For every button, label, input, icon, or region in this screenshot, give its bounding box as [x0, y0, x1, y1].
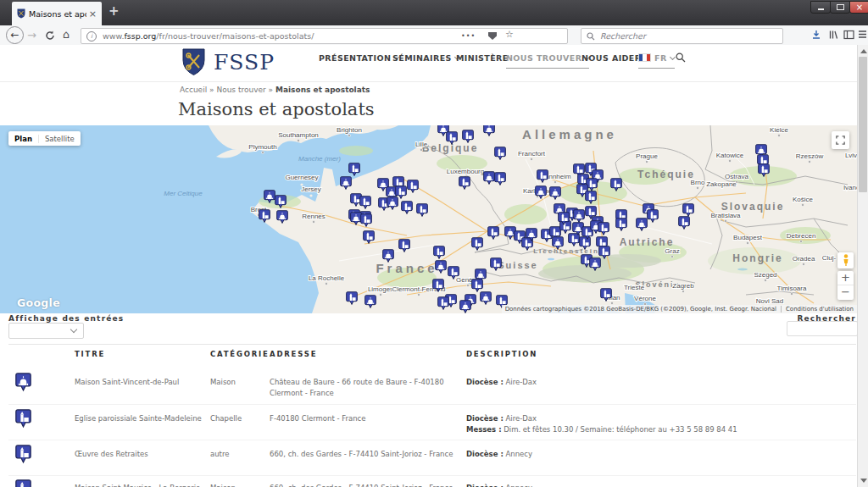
zoom-out-button[interactable]: −: [837, 285, 854, 299]
marker-church-icon: [15, 479, 31, 487]
search-icon: [587, 32, 595, 41]
svg-text:Zagreb: Zagreb: [672, 282, 694, 290]
svg-text:Lille: Lille: [415, 141, 428, 148]
nav-seminaires[interactable]: SÉMINAIRES: [392, 53, 459, 63]
row-description: Diocèse : Annecy: [466, 483, 843, 487]
row-category: Chapelle: [210, 413, 263, 424]
row-title[interactable]: Maison Saint-Maurice - La Bergerie: [75, 483, 206, 487]
svg-text:Oradea: Oradea: [793, 255, 815, 263]
row-separator: [8, 440, 856, 440]
row-address: F-40180 Clermont - France: [270, 413, 454, 424]
svg-text:Lviv: Lviv: [845, 152, 857, 159]
pegman-icon: [842, 254, 850, 267]
site-search-icon[interactable]: [676, 53, 686, 63]
page-scrollbar[interactable]: [857, 45, 868, 487]
svg-text:Debrecen: Debrecen: [787, 232, 816, 240]
row-description: Diocèse : Annecy: [466, 449, 843, 460]
svg-text:Prague: Prague: [636, 152, 658, 160]
download-icon[interactable]: [811, 30, 821, 40]
svg-text:Mer Celtique: Mer Celtique: [164, 190, 203, 197]
page-actions-icon[interactable]: •••: [461, 32, 476, 40]
back-button[interactable]: ←: [6, 26, 24, 44]
svg-text:La Rochelle: La Rochelle: [309, 274, 345, 282]
marker-church-icon: [15, 445, 31, 464]
svg-text:Brighton: Brighton: [337, 126, 362, 134]
table-search-input[interactable]: [787, 321, 858, 336]
svg-text:Katowice: Katowice: [716, 152, 744, 159]
url-bar[interactable]: i www.fssp.org/fr/nous-trouver/maisons-e…: [81, 28, 568, 44]
sidebar-icon[interactable]: [843, 30, 854, 40]
fullscreen-button[interactable]: [832, 131, 849, 149]
svg-text:Budapest: Budapest: [733, 234, 763, 241]
forward-button[interactable]: →: [27, 28, 36, 42]
svg-text:Košice: Košice: [793, 196, 814, 203]
browser-search-field[interactable]: Rechercher: [581, 28, 783, 44]
window-maximize-button[interactable]: [830, 1, 850, 14]
svg-text:Francfort: Francfort: [518, 150, 546, 158]
table-top-border: [8, 344, 856, 345]
svg-text:Kielce: Kielce: [770, 126, 788, 134]
tab-close-icon[interactable]: ×: [89, 8, 97, 19]
row-description: Diocèse : Aire-Dax: [466, 377, 843, 388]
col-header-titre[interactable]: TITRE: [75, 350, 105, 358]
breadcrumb-nous-trouver[interactable]: Nous trouver: [216, 86, 265, 94]
fssp-logo-shield-icon[interactable]: [182, 48, 205, 76]
row-description: Diocèse : Aire-Dax Messes : Dim. et fête…: [466, 413, 843, 435]
svg-text:Manche (mer): Manche (mer): [298, 155, 341, 163]
col-header-categorie[interactable]: CATÉGORIE: [210, 350, 270, 358]
svg-text:Zakopane: Zakopane: [706, 180, 737, 188]
svg-text:Bratislava: Bratislava: [710, 212, 741, 219]
svg-text:Suisse: Suisse: [498, 260, 537, 270]
pocket-icon[interactable]: [488, 31, 497, 40]
google-logo[interactable]: Google: [17, 296, 60, 309]
page-title: Maisons et apostolats: [178, 99, 375, 119]
library-icon[interactable]: [828, 30, 838, 40]
col-header-adresse[interactable]: ADRESSE: [270, 350, 317, 358]
bookmark-star-icon[interactable]: ☆: [505, 29, 514, 40]
menu-hamburger-icon[interactable]: [858, 30, 867, 39]
tab-title: Maisons et apostolats – FSSP: [29, 9, 86, 19]
map-type-satellite[interactable]: Satellite: [38, 135, 81, 143]
nav-language-fr[interactable]: FR: [638, 53, 675, 69]
row-title[interactable]: Maison Saint-Vincent-de-Paul: [75, 377, 206, 388]
site-info-icon[interactable]: i: [86, 31, 97, 42]
nav-nous-trouver[interactable]: NOUS TROUVER: [506, 53, 589, 69]
row-title[interactable]: Eglise paroissiale Sainte-Madeleine: [75, 413, 206, 424]
entries-label: Affichage des entrées: [8, 314, 124, 323]
col-header-description[interactable]: DESCRIPTION: [466, 350, 537, 358]
row-title[interactable]: Œuvre des Retraites: [75, 449, 206, 460]
svg-text:Ivano-: Ivano-: [843, 184, 857, 191]
svg-text:Slovaquie: Slovaquie: [721, 201, 785, 213]
map-type-control[interactable]: Plan Satellite: [8, 131, 81, 146]
window-minimize-button[interactable]: [810, 1, 831, 14]
breadcrumb-current: Maisons et apostolats: [275, 86, 370, 94]
home-icon[interactable]: ⌂: [63, 27, 70, 42]
entries-per-page-select[interactable]: [8, 323, 84, 339]
svg-text:Vérone: Vérone: [634, 295, 656, 302]
map-type-plan[interactable]: Plan: [8, 135, 38, 143]
row-category: Maison: [210, 377, 263, 388]
scrollbar-thumb[interactable]: [859, 57, 867, 192]
reload-icon[interactable]: [45, 30, 55, 41]
nav-ministere[interactable]: MINISTÈRE: [456, 53, 509, 63]
google-map[interactable]: AllemagneBelgiqueTchéquieSlovaquieAutric…: [0, 125, 857, 313]
row-category: Maison: [210, 483, 263, 487]
map-canvas[interactable]: AllemagneBelgiqueTchéquieSlovaquieAutric…: [0, 125, 857, 313]
nav-presentation[interactable]: PRÉSENTATION: [319, 53, 398, 63]
breadcrumb-accueil[interactable]: Accueil: [180, 86, 207, 94]
svg-text:Southampton: Southampton: [278, 131, 319, 139]
svg-text:Liechtenstein: Liechtenstein: [533, 247, 599, 255]
terms-link[interactable]: Conditions d'utilisation: [781, 306, 854, 313]
browser-tab[interactable]: Maisons et apostolats – FSSP ×: [12, 2, 102, 25]
row-category: autre: [210, 449, 263, 460]
new-tab-button[interactable]: +: [108, 3, 120, 19]
zoom-control[interactable]: + −: [837, 271, 854, 300]
window-close-button[interactable]: ×: [849, 1, 868, 14]
svg-text:Belgique: Belgique: [422, 142, 479, 154]
zoom-in-button[interactable]: +: [837, 271, 854, 285]
svg-text:Szeged: Szeged: [754, 271, 776, 279]
scroll-down-arrow[interactable]: [860, 479, 867, 483]
street-view-pegman[interactable]: [837, 252, 854, 268]
scroll-up-arrow[interactable]: [860, 49, 867, 53]
brand-wordmark[interactable]: FSSP: [214, 50, 275, 75]
